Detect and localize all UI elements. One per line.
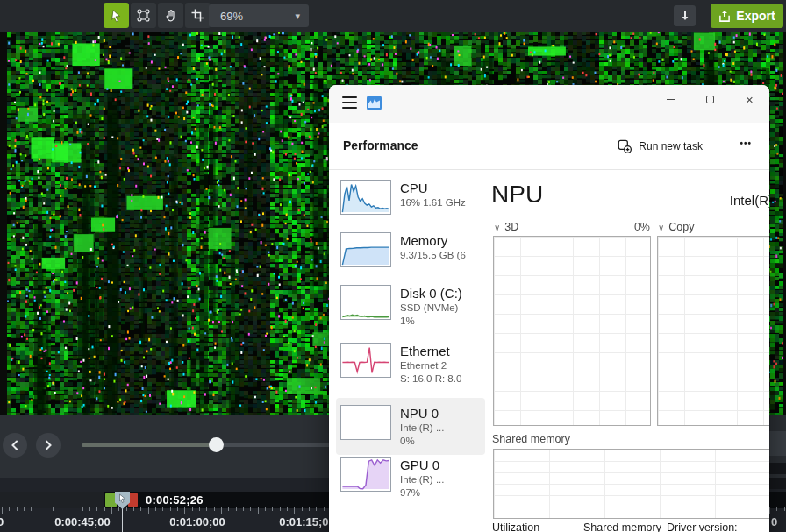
mini-graph — [340, 180, 391, 215]
previous-frame-button[interactable] — [3, 433, 27, 458]
device-title: NPU — [491, 181, 543, 209]
chart2-label: Copy — [668, 221, 694, 233]
playhead-line — [122, 508, 123, 532]
chart1-header[interactable]: ∨3D — [494, 221, 518, 233]
perf-item-title: Memory — [400, 232, 466, 249]
chart1-label: 3D — [504, 221, 518, 233]
ruler-label: 0:00:45;00 — [54, 515, 111, 528]
shared-memory-chart — [493, 449, 769, 519]
close-icon: × — [746, 92, 754, 107]
share-icon — [718, 10, 731, 23]
perf-sidebar-item-ethernet[interactable]: Ethernet Ethernet 2S: 16.0 R: 8.0 — [336, 341, 485, 398]
npu-3d-chart — [493, 236, 651, 426]
crop-tool-button[interactable] — [185, 3, 211, 28]
perf-item-subtitle: 16% 1.61 GHz — [400, 196, 466, 209]
perf-item-title: Ethernet — [400, 343, 461, 359]
chevron-down-icon: ▾ — [295, 11, 300, 22]
ruler-label: 0:01:15;00 — [279, 515, 335, 528]
task-manager-app-icon — [367, 96, 382, 110]
timeline-zoom-slider-thumb[interactable] — [209, 437, 224, 452]
app-window: 69% ▾ Export — [0, 0, 786, 532]
perf-item-title: NPU 0 — [400, 405, 444, 422]
perf-item-title: Disk 0 (C:) — [400, 285, 462, 301]
maximize-icon — [706, 96, 714, 103]
perf-sidebar-item-memory[interactable]: Memory 9.3/15.5 GB (6 — [336, 231, 485, 283]
npu-detail-panel: NPU Intel(R) ∨3D 0% ∨Copy Shared memory … — [489, 181, 769, 532]
editor-toolbar: 69% ▾ Export — [0, 0, 786, 32]
minimize-icon — [667, 99, 675, 100]
perf-item-title: CPU — [400, 180, 466, 196]
close-button[interactable]: × — [730, 85, 769, 113]
perf-item-subtitle: SSD (NVMe) — [400, 301, 462, 315]
chart1-value: 0% — [629, 221, 650, 233]
next-frame-button[interactable] — [36, 433, 61, 458]
perf-sidebar-item-cpu[interactable]: CPU 16% 1.61 GHz — [336, 178, 485, 231]
performance-sidebar: CPU 16% 1.61 GHz Memory 9.3/15.5 GB (6 D… — [336, 178, 485, 512]
cursor-icon — [109, 8, 124, 23]
perf-item-subtitle: Ethernet 2 — [400, 359, 461, 372]
pan-tool-button[interactable] — [158, 3, 183, 28]
task-manager-window: × Performance Run new task ••• CPU 16% 1… — [329, 85, 769, 532]
download-button[interactable] — [674, 5, 696, 26]
run-new-task-button[interactable]: Run new task — [612, 136, 708, 157]
mini-graph — [340, 232, 391, 267]
device-vendor: Intel(R) — [730, 193, 769, 208]
chevron-down-icon: ∨ — [494, 223, 500, 232]
perf-sidebar-item-npu-0[interactable]: NPU 0 Intel(R) ...0% — [336, 398, 485, 455]
perf-item-subtitle: 1% — [400, 315, 462, 328]
mini-graph — [340, 405, 391, 440]
minimize-button[interactable] — [651, 85, 690, 113]
mini-graph — [340, 285, 391, 320]
page-title: Performance — [343, 138, 418, 153]
crop-icon — [190, 8, 205, 23]
chart2-header[interactable]: ∨Copy — [658, 221, 695, 233]
footer-label: Driver version: — [667, 521, 738, 532]
perf-item-title: GPU 0 — [400, 457, 444, 473]
zoom-level-value: 69% — [220, 10, 243, 23]
ruler-label: 0 — [0, 515, 4, 528]
perf-item-subtitle: Intel(R) ... — [400, 473, 444, 486]
hand-icon — [163, 8, 178, 23]
slider-fill — [82, 443, 215, 447]
more-options-button[interactable]: ••• — [740, 138, 752, 148]
footer-label: Utilization — [492, 521, 539, 532]
shared-memory-label: Shared memory — [492, 433, 570, 445]
footer-label: Shared memory — [583, 521, 661, 532]
perf-item-subtitle: 9.3/15.5 GB (6 — [400, 249, 466, 262]
chevron-right-icon — [43, 439, 54, 451]
ruler-label: 0:01:00;00 — [169, 515, 225, 528]
perf-sidebar-item-disk-0-c-[interactable]: Disk 0 (C:) SSD (NVMe)1% — [336, 283, 485, 341]
cursor-icon — [118, 493, 126, 503]
maximize-button[interactable] — [690, 85, 730, 113]
perf-item-text: GPU 0 Intel(R) ...97% — [400, 457, 444, 512]
chevron-left-icon — [10, 439, 20, 451]
hamburger-menu-icon[interactable] — [342, 96, 357, 109]
chevron-down-icon: ∨ — [658, 223, 664, 232]
perf-item-text: Memory 9.3/15.5 GB (6 — [400, 232, 466, 283]
mini-graph — [340, 457, 391, 492]
edit-points-tool-button[interactable] — [131, 3, 156, 28]
perf-item-text: CPU 16% 1.61 GHz — [400, 180, 466, 231]
perf-item-text: NPU 0 Intel(R) ...0% — [400, 405, 444, 455]
run-new-task-icon — [618, 139, 632, 153]
perf-item-subtitle: 97% — [400, 486, 444, 500]
perf-item-text: Ethernet Ethernet 2S: 16.0 R: 8.0 — [400, 343, 461, 398]
export-label: Export — [736, 9, 775, 23]
ruler-label: 0 — [771, 515, 777, 528]
perf-item-subtitle: Intel(R) ... — [400, 422, 444, 435]
header-separator — [329, 169, 769, 170]
run-new-task-label: Run new task — [639, 140, 703, 153]
down-arrow-icon — [680, 11, 690, 22]
perf-item-subtitle: 0% — [400, 435, 444, 448]
task-manager-titlebar[interactable]: × — [329, 85, 769, 123]
perf-item-subtitle: S: 16.0 R: 8.0 — [400, 372, 461, 386]
export-button[interactable]: Export — [711, 4, 783, 28]
zoom-level-dropdown[interactable]: 69% ▾ — [209, 4, 309, 27]
perf-item-text: Disk 0 (C:) SSD (NVMe)1% — [400, 285, 462, 341]
perf-sidebar-item-gpu-0[interactable]: GPU 0 Intel(R) ...97% — [336, 455, 485, 512]
playhead-timecode: 0:00:52;26 — [146, 493, 204, 507]
edit-points-icon — [136, 8, 151, 23]
header-divider — [718, 135, 718, 156]
cursor-tool-button[interactable] — [104, 3, 129, 28]
npu-copy-chart — [657, 236, 769, 426]
